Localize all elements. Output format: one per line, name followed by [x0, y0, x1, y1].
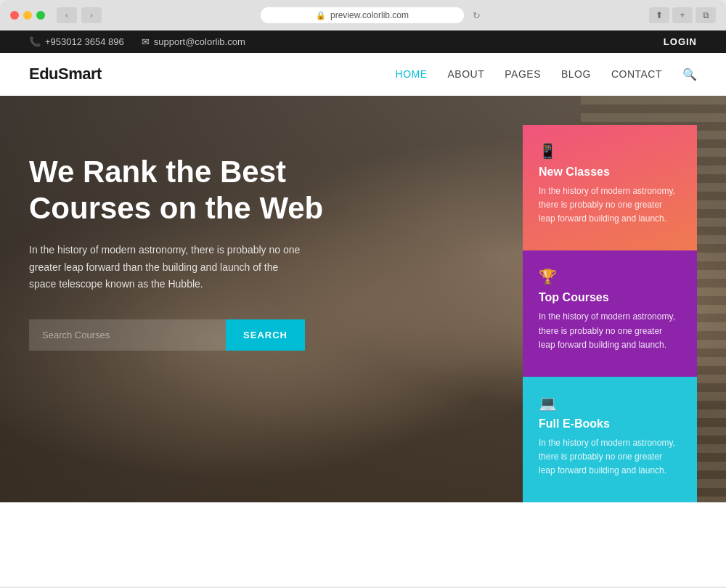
address-bar-container: 🔒 preview.colorlib.com ↻ [107, 7, 637, 23]
phone-number: +953012 3654 896 [45, 36, 124, 47]
hero-search-bar: SEARCH [29, 319, 305, 351]
feature-card-ebooks[interactable]: 💻 Full E-Books In the history of modern … [523, 377, 697, 502]
topbar-left: 📞 +953012 3654 896 ✉ support@colorlib.co… [29, 36, 245, 47]
top-courses-title: Top Courses [539, 291, 681, 304]
phone-icon: 📞 [29, 36, 41, 47]
topbar-email: ✉ support@colorlib.com [142, 36, 245, 47]
hero-subtitle: In the history of modern astronomy, ther… [29, 242, 305, 293]
new-classes-desc: In the history of modern astronomy, ther… [539, 184, 681, 226]
back-button[interactable]: ‹ [57, 7, 77, 23]
nav-blog[interactable]: BLOG [561, 68, 591, 80]
traffic-lights [10, 11, 45, 20]
top-courses-icon: 🏆 [539, 268, 681, 285]
search-icon[interactable]: 🔍 [682, 68, 697, 81]
ebooks-title: Full E-Books [539, 417, 681, 430]
nav-contact[interactable]: CONTACT [611, 68, 662, 80]
hero-title-line1: We Rank the Best [29, 155, 286, 189]
ebooks-icon: 💻 [539, 394, 681, 412]
top-bar: 📞 +953012 3654 896 ✉ support@colorlib.co… [0, 30, 726, 53]
reload-button[interactable]: ↻ [468, 7, 484, 23]
browser-controls: ‹ › [57, 7, 102, 23]
browser-chrome: ‹ › 🔒 preview.colorlib.com ↻ ⬆ + ⧉ [0, 0, 726, 30]
close-button[interactable] [10, 11, 19, 20]
login-link[interactable]: LOGIN [664, 36, 697, 47]
email-icon: ✉ [142, 36, 150, 47]
feature-card-new-classes[interactable]: 📱 New Classes In the history of modern a… [523, 125, 697, 250]
topbar-phone: 📞 +953012 3654 896 [29, 36, 124, 47]
browser-titlebar: ‹ › 🔒 preview.colorlib.com ↻ ⬆ + ⧉ [0, 0, 726, 30]
email-address: support@colorlib.com [154, 36, 245, 47]
url-text: preview.colorlib.com [330, 10, 409, 20]
search-button[interactable]: SEARCH [226, 319, 305, 351]
feature-card-top-courses[interactable]: 🏆 Top Courses In the history of modern a… [523, 250, 697, 376]
tabs-button[interactable]: ⧉ [696, 7, 716, 23]
feature-cards: 📱 New Classes In the history of modern a… [523, 125, 697, 502]
ebooks-desc: In the history of modern astronomy, ther… [539, 436, 681, 478]
hero-title-line2: Courses on the Web [29, 191, 323, 225]
browser-actions: ⬆ + ⧉ [649, 7, 716, 23]
nav-links: HOME ABOUT PAGES BLOG CONTACT 🔍 [396, 68, 697, 81]
hero-text: We Rank the Best Courses on the Web In t… [29, 154, 323, 351]
site-logo[interactable]: EduSmart [29, 65, 102, 83]
maximize-button[interactable] [36, 11, 45, 20]
add-tab-button[interactable]: + [672, 7, 693, 23]
forward-button[interactable]: › [81, 7, 102, 23]
new-classes-title: New Classes [539, 166, 681, 179]
lock-icon: 🔒 [316, 11, 326, 20]
top-courses-desc: In the history of modern astronomy, ther… [539, 310, 681, 352]
navbar: EduSmart HOME ABOUT PAGES BLOG CONTACT 🔍 [0, 53, 726, 96]
new-classes-icon: 📱 [539, 142, 681, 160]
nav-home[interactable]: HOME [396, 68, 428, 80]
nav-pages[interactable]: PAGES [505, 68, 541, 80]
hero-section: We Rank the Best Courses on the Web In t… [0, 96, 726, 502]
minimize-button[interactable] [23, 11, 32, 20]
website: 📞 +953012 3654 896 ✉ support@colorlib.co… [0, 30, 726, 587]
hero-title: We Rank the Best Courses on the Web [29, 154, 323, 227]
nav-about[interactable]: ABOUT [448, 68, 485, 80]
share-button[interactable]: ⬆ [649, 7, 669, 23]
search-input[interactable] [29, 319, 226, 351]
address-bar[interactable]: 🔒 preview.colorlib.com [261, 7, 464, 23]
